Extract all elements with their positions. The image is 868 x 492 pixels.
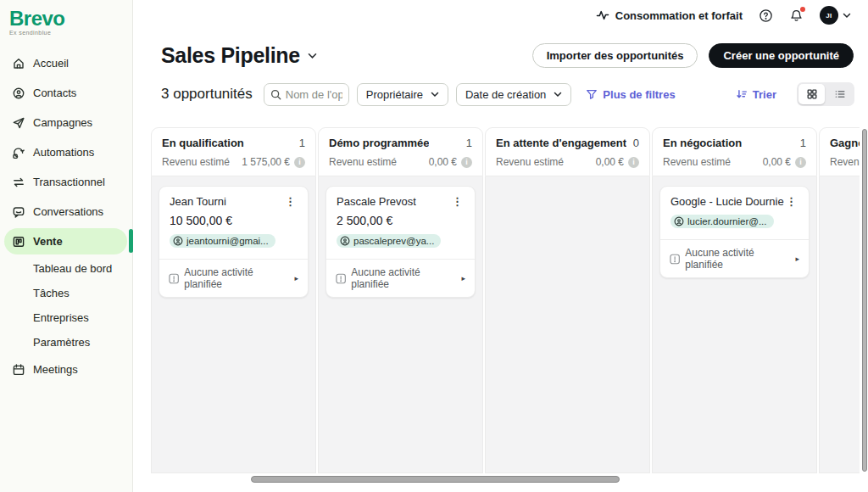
column-count: 1 [299,137,305,149]
sidebar-item-parametres[interactable]: Paramètres [0,330,132,355]
revenue-label: Revenu estimé [329,156,397,168]
warning-icon [169,273,179,284]
column-title: Démo programmée [329,137,429,149]
revenue-label: Revenu estimé [162,156,230,168]
more-filters-link[interactable]: Plus de filtres [586,88,675,101]
list-view-button[interactable] [826,84,853,104]
sidebar-item-tableau-de-bord[interactable]: Tableau de bord [0,256,132,281]
activity-status[interactable]: Aucune activité planifiée▸ [326,259,475,297]
sidebar-item-label: Meetings [33,363,78,376]
view-toggle [797,82,854,106]
search-icon [270,89,281,100]
sidebar-item-label: Campagnes [33,116,92,129]
card-menu-icon[interactable]: ⋮ [283,195,298,208]
contact-chip[interactable]: jeantourni@gmai... [170,234,275,248]
info-icon[interactable]: i [294,157,305,168]
revenue-label: Revenu estimé [830,156,860,168]
pipeline-column-gagne: GagnéRevenu estimé [819,127,860,473]
contact-icon [674,216,684,226]
column-title: En attente d'engagement [496,137,626,149]
opportunity-name: Jean Tourni [170,195,226,208]
vertical-scrollbar[interactable] [862,129,867,472]
info-icon[interactable]: i [628,157,639,168]
contact-chip[interactable]: lucier.dournier@... [670,215,774,228]
sidebar-item-conversations[interactable]: Conversations [0,197,132,226]
horizontal-scrollbar[interactable] [251,476,620,483]
activity-status[interactable]: Aucune activité planifiée▸ [159,259,308,297]
automation-icon [11,145,25,159]
chat-icon [11,204,25,219]
column-revenue: 0,00 € [429,156,457,168]
creation-date-filter-dropdown[interactable]: Date de création [456,83,571,106]
kanban-icon [11,234,25,249]
consumption-link[interactable]: Consommation et forfait [596,8,743,22]
opportunity-card[interactable]: Jean Tourni⋮10 500,00 €jeantourni@gmai..… [159,186,309,298]
sidebar-item-entreprises[interactable]: Entreprises [0,305,132,330]
revenue-label: Revenu estimé [663,156,731,168]
creation-date-filter-label: Date de création [465,88,546,101]
pipeline-column-en-qualification: En qualification1Revenu estimé1 575,00 €… [151,127,316,473]
sort-label: Trier [753,88,776,101]
sidebar-item-label: Transactionnel [33,176,105,188]
owner-filter-dropdown[interactable]: Propriétaire [357,83,448,106]
opportunity-amount: 10 500,00 € [170,214,298,227]
info-icon[interactable]: i [461,157,472,168]
pipeline-column-en-negociation: En négociation1Revenu estimé0,00 €iGoogl… [652,127,817,473]
create-opportunity-button[interactable]: Créer une opportunité [709,43,854,68]
contact-email: jeantourni@gmai... [186,236,269,246]
contact-chip[interactable]: pascaleprev@ya... [337,234,441,248]
opportunity-count: 3 opportunités [161,86,253,103]
sidebar-item-campagnes[interactable]: Campagnes [0,108,132,137]
brand-block: Brevo Ex sendinblue [0,0,132,36]
activity-label: Aucune activité planifiée [351,266,454,290]
sidebar-item-contacts[interactable]: Contacts [0,78,132,108]
column-header: GagnéRevenu estimé [819,127,860,176]
sidebar-item-transactionnel[interactable]: Transactionnel [0,167,132,197]
sidebar-item-automations[interactable]: Automations [0,137,132,167]
sidebar-item-label: Conversations [33,205,103,218]
sidebar-item-meetings[interactable]: Meetings [0,355,132,384]
opportunity-name: Google - Lucie Dournier [670,195,784,208]
list-icon [834,88,846,100]
import-opportunities-button[interactable]: Importer des opportunités [532,43,698,68]
avatar: JI [820,6,838,25]
revenue-label: Revenu estimé [496,156,564,168]
contact-email: pascaleprev@ya... [353,236,434,246]
sidebar-item-taches[interactable]: Tâches [0,281,132,305]
kanban-board: En qualification1Revenu estimé1 575,00 €… [151,127,860,473]
help-icon[interactable] [759,8,773,23]
column-revenue: 0,00 € [596,156,624,168]
page-title: Sales Pipeline [161,43,300,68]
opportunity-card[interactable]: Google - Lucie Dournier⋮lucier.dournier@… [659,186,810,278]
expand-arrow-icon: ▸ [461,274,465,282]
sort-icon [736,88,748,100]
notifications-bell-icon[interactable] [789,8,804,23]
column-count: 0 [633,137,639,149]
app-window: Brevo Ex sendinblue AccueilContactsCampa… [0,0,868,492]
sidebar-item-vente[interactable]: Vente [0,226,132,256]
main-area: Consommation et forfait JI Sales Pipelin… [133,0,868,492]
pipeline-title-dropdown[interactable]: Sales Pipeline [161,43,317,68]
activity-icon [596,8,609,22]
sidebar-item-label: Vente [33,235,63,248]
contact-icon [173,236,183,246]
search-input[interactable] [286,88,342,101]
column-body: Jean Tourni⋮10 500,00 €jeantourni@gmai..… [151,176,316,473]
opportunity-card[interactable]: Pascale Prevost⋮2 500,00 €pascaleprev@ya… [326,186,476,298]
card-menu-icon[interactable]: ⋮ [450,195,465,208]
info-icon[interactable]: i [795,157,806,168]
notification-dot [800,7,805,12]
column-revenue: 1 575,00 € [242,156,290,168]
pipeline-column-en-attente-d-engagement: En attente d'engagement0Revenu estimé0,0… [485,127,650,473]
opportunity-amount: 2 500,00 € [337,214,465,227]
sort-link[interactable]: Trier [736,88,776,101]
sidebar-item-accueil[interactable]: Accueil [0,48,132,78]
account-menu[interactable]: JI [820,6,851,25]
active-indicator-bar [129,229,133,253]
sidebar-nav: AccueilContactsCampagnesAutomationsTrans… [0,48,132,384]
activity-status[interactable]: Aucune activité planifiée▸ [660,239,809,277]
kanban-view-button[interactable] [798,84,825,104]
column-count: 1 [800,137,806,149]
owner-filter-label: Propriétaire [366,88,423,101]
card-menu-icon[interactable]: ⋮ [784,195,798,208]
